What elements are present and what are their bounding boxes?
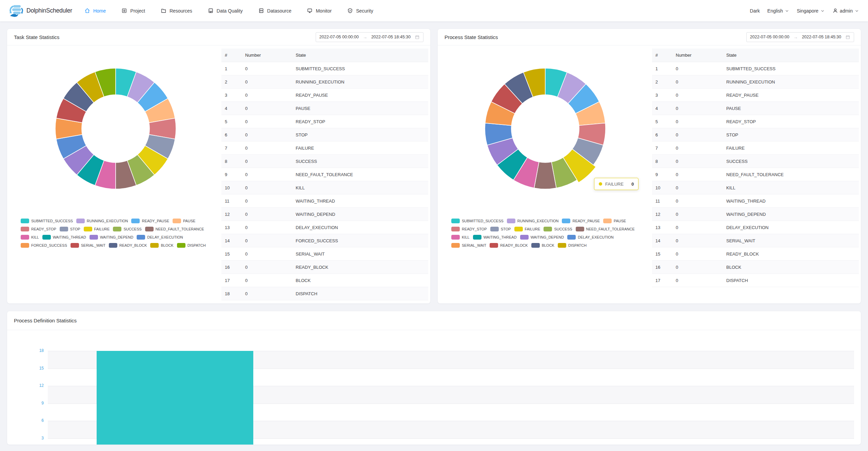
legend-item-ready_block[interactable]: READY_BLOCK: [490, 243, 528, 248]
home-icon: [84, 8, 90, 14]
menu-item-security[interactable]: Security: [347, 8, 373, 14]
legend-label: SUCCESS: [123, 227, 141, 231]
legend-swatch: [42, 235, 51, 240]
date-range-picker[interactable]: 2022-07-05 00:00:00 → 2022-07-05 18:45:3…: [746, 32, 854, 42]
legend-item-failure[interactable]: FAILURE: [84, 227, 110, 231]
legend-item-delay_execution[interactable]: DELAY_EXECUTION: [137, 235, 183, 240]
legend-swatch: [173, 219, 181, 223]
legend-swatch: [60, 227, 68, 231]
arrow-right-icon: →: [363, 35, 367, 40]
legend-item-dispatch[interactable]: DISPATCH: [177, 243, 206, 248]
table-row: 60STOP: [652, 128, 859, 142]
legend-label: WAITING_THREAD: [484, 235, 517, 239]
legend-label: SUBMITTED_SUCCESS: [462, 219, 504, 223]
legend-item-delay_execution[interactable]: DELAY_EXECUTION: [567, 235, 614, 240]
legend-item-success[interactable]: SUCCESS: [113, 227, 141, 231]
legend-item-pause[interactable]: PAUSE: [603, 219, 626, 223]
theme-toggle[interactable]: Dark: [750, 8, 760, 14]
legend-item-kill[interactable]: KILL: [451, 235, 470, 240]
legend-item-waiting_thread[interactable]: WAITING_THREAD: [42, 235, 86, 240]
legend-item-block[interactable]: BLOCK: [150, 243, 173, 248]
legend-item-waiting_depend[interactable]: WAITING_DEPEND: [90, 235, 134, 240]
menu-item-project[interactable]: Project: [121, 8, 145, 14]
legend-swatch: [490, 243, 498, 248]
legend-item-failure[interactable]: FAILURE: [514, 227, 540, 231]
y-axis-tick-label: 15: [10, 366, 44, 371]
timezone-select[interactable]: Singapore: [797, 8, 825, 14]
legend-item-pause[interactable]: PAUSE: [173, 219, 195, 223]
legend-label: KILL: [31, 235, 39, 239]
legend-item-ready_pause[interactable]: READY_PAUSE: [131, 219, 169, 223]
legend-label: RUNNING_EXECUTION: [517, 219, 559, 223]
legend-item-need_fault_tolerance[interactable]: NEED_FAULT_TOLERANCE: [145, 227, 204, 231]
legend-item-forced_success[interactable]: FORCED_SUCCESS: [21, 243, 67, 248]
bar-series-rect[interactable]: [97, 351, 253, 445]
y-axis-tick-label: 3: [10, 436, 44, 440]
legend-item-running_execution[interactable]: RUNNING_EXECUTION: [507, 219, 559, 223]
legend-item-running_execution[interactable]: RUNNING_EXECUTION: [76, 219, 128, 223]
legend-item-ready_pause[interactable]: READY_PAUSE: [562, 219, 600, 223]
menu-item-label: Data Quality: [217, 8, 243, 14]
legend-label: SERIAL_WAIT: [462, 243, 486, 247]
menu-item-label: Monitor: [316, 8, 332, 14]
monitor-icon: [307, 8, 313, 14]
table-row: 80SUCCESS: [652, 155, 859, 168]
legend-swatch: [567, 235, 576, 240]
table-row: 80SUCCESS: [221, 155, 428, 168]
legend-item-success[interactable]: SUCCESS: [544, 227, 572, 231]
security-icon: [347, 8, 353, 14]
legend-label: READY_BLOCK: [119, 243, 147, 247]
legend-swatch: [451, 235, 460, 240]
legend-item-submitted_success[interactable]: SUBMITTED_SUCCESS: [21, 219, 73, 223]
legend-label: DISPATCH: [188, 243, 206, 247]
menu-item-home[interactable]: Home: [84, 8, 106, 14]
table-row: 120WAITING_DEPEND: [221, 208, 428, 221]
legend-label: NEED_FAULT_TOLERANCE: [586, 227, 635, 231]
legend-item-ready_stop[interactable]: READY_STOP: [451, 227, 487, 231]
menu-item-monitor[interactable]: Monitor: [307, 8, 332, 14]
user-icon: [832, 8, 838, 14]
legend-item-stop[interactable]: STOP: [490, 227, 511, 231]
legend-item-ready_stop[interactable]: READY_STOP: [21, 227, 56, 231]
legend-label: READY_STOP: [31, 227, 56, 231]
legend-item-serial_wait[interactable]: SERIAL_WAIT: [451, 243, 486, 248]
language-select[interactable]: English: [767, 8, 789, 14]
card-title: Process State Statistics: [445, 34, 498, 40]
user-menu[interactable]: admin: [832, 8, 859, 14]
legend-label: WAITING_DEPEND: [100, 235, 134, 239]
table-row: 30READY_PAUSE: [221, 89, 428, 102]
legend-swatch: [109, 243, 117, 248]
legend-item-kill[interactable]: KILL: [21, 235, 39, 240]
legend-item-submitted_success[interactable]: SUBMITTED_SUCCESS: [451, 219, 504, 223]
menu-item-data-quality[interactable]: Data Quality: [208, 8, 243, 14]
table-row: 50READY_STOP: [652, 115, 859, 128]
legend-label: KILL: [462, 235, 470, 239]
process-state-table: # Number State 10SUBMITTED_SUCCESS20RUNN…: [652, 49, 859, 287]
legend-swatch: [473, 235, 481, 240]
legend-item-need_fault_tolerance[interactable]: NEED_FAULT_TOLERANCE: [576, 227, 635, 231]
legend-swatch: [21, 219, 29, 223]
calendar-icon: [845, 35, 850, 40]
legend-item-waiting_depend[interactable]: WAITING_DEPEND: [520, 235, 564, 240]
table-row: 120WAITING_DEPEND: [652, 208, 859, 221]
card-title: Process Definition Statistics: [14, 318, 77, 323]
menu-item-datasource[interactable]: Datasource: [258, 8, 292, 14]
legend-label: READY_BLOCK: [500, 243, 528, 247]
date-range-picker[interactable]: 2022-07-05 00:00:00 → 2022-07-05 18:45:3…: [316, 32, 423, 42]
menu-item-resources[interactable]: Resources: [161, 8, 192, 14]
legend-item-stop[interactable]: STOP: [60, 227, 80, 231]
legend-swatch: [451, 243, 460, 248]
legend-item-waiting_thread[interactable]: WAITING_THREAD: [473, 235, 517, 240]
chevron-down-icon: [854, 8, 859, 13]
project-icon: [121, 8, 127, 14]
menu-item-label: Datasource: [267, 8, 292, 14]
table-row: 20RUNNING_EXECUTION: [221, 75, 428, 89]
legend-item-serial_wait[interactable]: SERIAL_WAIT: [71, 243, 105, 248]
tooltip-label: FAILURE: [605, 182, 624, 187]
legend-item-dispatch[interactable]: DISPATCH: [558, 243, 587, 248]
menu-item-label: Home: [93, 8, 106, 14]
legend-item-ready_block[interactable]: READY_BLOCK: [109, 243, 147, 248]
legend-label: FORCED_SUCCESS: [31, 243, 67, 247]
arrow-right-icon: →: [793, 35, 798, 40]
legend-item-block[interactable]: BLOCK: [531, 243, 554, 248]
